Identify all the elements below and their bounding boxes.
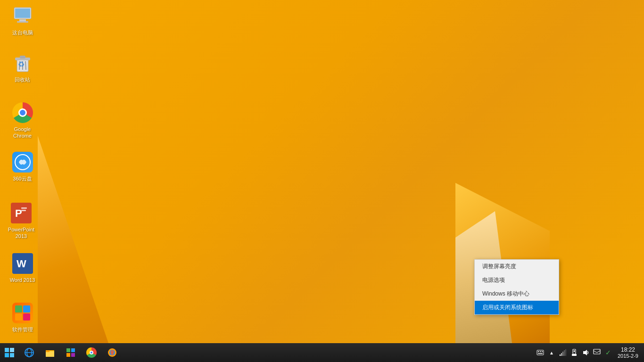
word-icon: W [11, 252, 34, 275]
svg-text:♻: ♻ [18, 60, 25, 68]
ppt-icon: P [10, 202, 33, 224]
taskbar: ▲ [0, 343, 644, 362]
svg-marker-47 [583, 350, 587, 355]
svg-rect-20 [15, 313, 22, 321]
svg-rect-19 [23, 305, 30, 313]
geo-shape-left [38, 136, 108, 343]
svg-rect-18 [15, 305, 22, 313]
tray-show-hidden[interactable]: ▲ [546, 343, 557, 362]
context-menu-item-icons[interactable]: 启用或关闭系统图标 [475, 301, 559, 314]
chrome-icon [11, 101, 34, 124]
software-icon [11, 302, 34, 324]
svg-rect-34 [537, 350, 544, 355]
svg-rect-31 [71, 353, 75, 357]
svg-rect-41 [562, 352, 563, 356]
svg-rect-1 [15, 8, 30, 18]
taskbar-chrome[interactable] [81, 343, 102, 362]
desktop-icon-software[interactable]: 软件管理 [5, 302, 40, 333]
context-menu-item-power[interactable]: 电源选项 [475, 273, 559, 287]
svg-rect-43 [565, 349, 566, 356]
svg-rect-40 [561, 353, 562, 356]
desktop-icon-recycle[interactable]: ♻ 回收站 [5, 52, 40, 83]
svg-rect-6 [20, 56, 25, 58]
svg-rect-29 [71, 348, 75, 352]
start-button[interactable] [0, 343, 19, 362]
svg-line-50 [597, 351, 600, 353]
context-menu-item-brightness[interactable]: 调整屏幕亮度 [475, 260, 559, 273]
svg-rect-14 [21, 207, 27, 209]
chrome-icon-label: GoogleChrome [13, 126, 32, 140]
desktop-icon-computer[interactable]: 这台电脑 [5, 5, 40, 36]
system-tray: ▲ [535, 343, 644, 362]
svg-rect-37 [542, 351, 543, 352]
svg-rect-46 [572, 354, 577, 356]
tray-network[interactable] [557, 343, 569, 362]
tray-notification[interactable] [591, 343, 603, 362]
ppt-icon-label: PowerPoint2013 [8, 226, 34, 240]
svg-rect-39 [560, 354, 561, 356]
svg-rect-30 [66, 353, 70, 357]
tray-sound[interactable] [580, 343, 591, 362]
taskbar-metro[interactable] [60, 343, 81, 362]
word-icon-label: Word 2013 [10, 277, 35, 283]
software-icon-label: 软件管理 [12, 326, 33, 333]
svg-text:W: W [17, 258, 26, 270]
computer-icon [11, 5, 34, 27]
context-menu: 调整屏幕亮度 电源选项 Windows 移动中心 启用或关闭系统图标 [474, 259, 559, 315]
taskbar-file-explorer[interactable] [40, 343, 60, 362]
desktop-icon-ppt[interactable]: P PowerPoint2013 [2, 202, 40, 240]
svg-rect-21 [23, 313, 30, 321]
system-clock[interactable]: 18:22 2015-2-9 [614, 343, 642, 362]
svg-rect-45 [574, 350, 575, 352]
svg-rect-48 [594, 349, 600, 354]
svg-rect-35 [538, 351, 539, 352]
tray-storage[interactable] [569, 343, 580, 362]
recycle-icon-label: 回收站 [15, 76, 30, 83]
taskbar-firefox[interactable] [102, 343, 123, 362]
svg-rect-27 [46, 350, 50, 352]
svg-rect-42 [564, 350, 565, 356]
context-menu-item-mobility[interactable]: Windows 移动中心 [475, 287, 559, 301]
tray-action-center[interactable]: ✓ [603, 343, 614, 362]
recycle-icon: ♻ [11, 52, 34, 74]
svg-rect-2 [19, 19, 26, 21]
cloud360-icon [11, 151, 34, 173]
clock-time: 18:22 [621, 346, 635, 353]
desktop-icon-word[interactable]: W Word 2013 [5, 252, 40, 283]
svg-line-49 [594, 351, 597, 353]
cloud360-icon-label: 360云盘 [13, 175, 32, 182]
tray-keyboard[interactable] [535, 343, 546, 362]
svg-text:P: P [15, 207, 22, 219]
svg-rect-36 [540, 351, 541, 352]
clock-date: 2015-2-9 [618, 353, 638, 359]
svg-rect-28 [66, 348, 70, 352]
desktop-icon-360cloud[interactable]: 360云盘 [5, 151, 40, 182]
svg-line-9 [25, 61, 26, 70]
svg-rect-15 [21, 210, 26, 211]
windows-logo [5, 348, 14, 357]
computer-icon-label: 这台电脑 [12, 29, 33, 36]
svg-rect-3 [17, 21, 28, 23]
desktop-icon-chrome[interactable]: GoogleChrome [5, 101, 40, 140]
desktop: 这台电脑 ♻ 回收站 GoogleChrome [0, 0, 644, 343]
taskbar-ie[interactable] [19, 343, 40, 362]
svg-rect-38 [538, 353, 543, 354]
